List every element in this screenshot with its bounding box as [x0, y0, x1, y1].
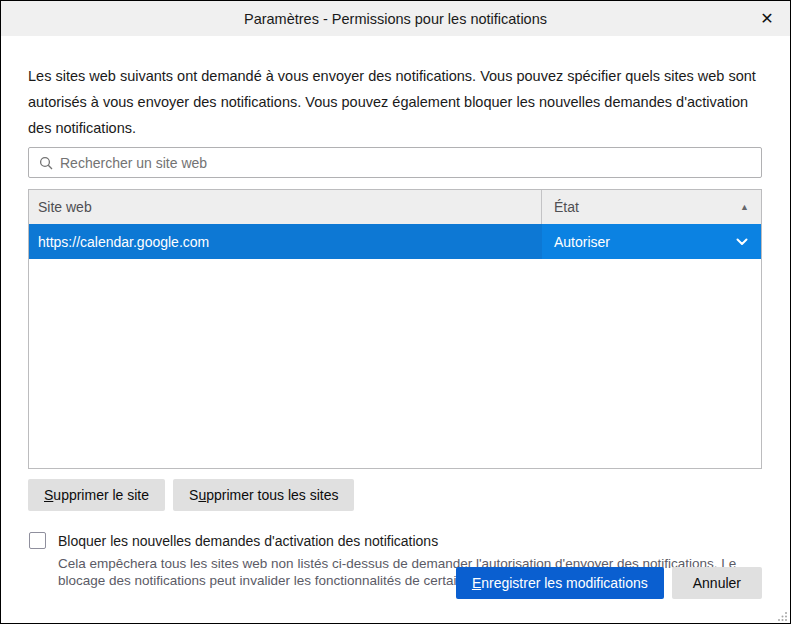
table-row[interactable]: https://calendar.google.com Autoriser [29, 224, 761, 259]
column-header-status-label: État [554, 199, 579, 215]
chevron-down-icon [736, 238, 748, 246]
status-value: Autoriser [554, 234, 610, 250]
list-actions: Supprimer le site Supprimer tous les sit… [28, 479, 762, 511]
site-url: https://calendar.google.com [29, 224, 542, 259]
resize-grip[interactable] [777, 610, 788, 621]
footer-actions: Enregistrer les modifications Annuler [456, 567, 762, 599]
block-new-requests-label[interactable]: Bloquer les nouvelles demandes d'activat… [58, 532, 438, 549]
column-header-site[interactable]: Site web [29, 190, 542, 224]
dialog-title: Paramètres - Permissions pour les notifi… [244, 11, 547, 27]
close-button[interactable]: ✕ [744, 1, 790, 36]
status-select[interactable]: Autoriser [542, 224, 761, 259]
sites-table: Site web État ▲ https://calendar.google.… [28, 189, 762, 469]
intro-text: Les sites web suivants ont demandé à vou… [28, 63, 764, 141]
notification-permissions-dialog: Paramètres - Permissions pour les notifi… [0, 0, 791, 624]
table-header: Site web État ▲ [29, 190, 761, 224]
column-header-status[interactable]: État ▲ [542, 190, 761, 224]
column-header-site-label: Site web [38, 199, 92, 215]
save-changes-button[interactable]: Enregistrer les modifications [456, 567, 664, 599]
titlebar: Paramètres - Permissions pour les notifi… [1, 1, 790, 36]
cancel-button[interactable]: Annuler [672, 567, 762, 599]
block-new-requests-checkbox[interactable] [29, 532, 46, 549]
remove-site-button[interactable]: Supprimer le site [28, 479, 165, 511]
block-new-requests-row: Bloquer les nouvelles demandes d'activat… [28, 532, 762, 549]
sort-ascending-icon: ▲ [740, 202, 749, 212]
search-input[interactable] [60, 155, 753, 171]
search-icon [39, 156, 53, 170]
table-empty-area [29, 259, 761, 468]
search-box[interactable] [28, 147, 762, 178]
dialog-content: Les sites web suivants ont demandé à vou… [1, 63, 790, 589]
remove-all-sites-button[interactable]: Supprimer tous les sites [173, 479, 354, 511]
close-icon: ✕ [760, 9, 773, 28]
